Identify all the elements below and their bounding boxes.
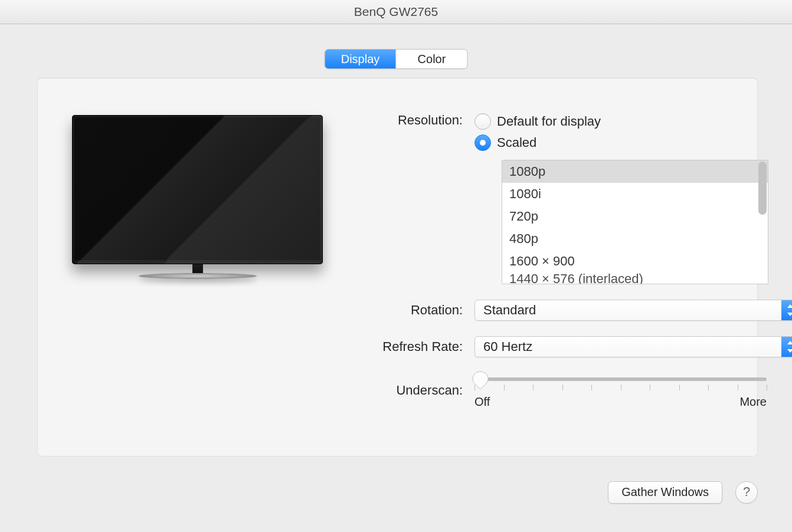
control-column: Resolution: Default for display Scaled 1… xyxy=(351,113,739,423)
slider-ticks xyxy=(474,385,767,392)
slider-max-label: More xyxy=(739,395,767,409)
settings-panel: Resolution: Default for display Scaled 1… xyxy=(37,78,758,457)
tab-display[interactable]: Display xyxy=(325,50,397,68)
underscan-label: Underscan: xyxy=(351,383,474,398)
window-title: BenQ GW2765 xyxy=(0,0,792,24)
refresh-select[interactable]: 60 Hertz xyxy=(474,336,792,357)
underscan-field: Off More xyxy=(474,373,767,408)
tab-bar: Display Color xyxy=(325,49,468,69)
refresh-field: 60 Hertz xyxy=(474,336,792,357)
display-preview xyxy=(72,115,323,280)
monitor-icon xyxy=(72,115,323,264)
rotation-row: Rotation: Standard xyxy=(351,300,739,321)
footer-buttons: Gather Windows ? xyxy=(608,481,758,504)
radio-default-for-display-row[interactable]: Default for display xyxy=(474,113,768,130)
display-prefs-window: BenQ GW2765 Display Color Resolution: xyxy=(0,0,792,532)
slider-track xyxy=(474,377,767,381)
resolution-item[interactable]: 720p xyxy=(502,205,768,228)
resolution-list[interactable]: 1080p 1080i 720p 480p 1600 × 900 1440 × … xyxy=(502,160,768,284)
resolution-label: Resolution: xyxy=(351,113,474,128)
refresh-select-value: 60 Hertz xyxy=(483,339,532,354)
updown-arrows-icon xyxy=(781,300,792,320)
rotation-select-value: Standard xyxy=(483,303,536,317)
resolution-row: Resolution: Default for display Scaled 1… xyxy=(351,113,739,284)
resolution-field: Default for display Scaled 1080p 1080i 7… xyxy=(474,113,768,284)
refresh-row: Refresh Rate: 60 Hertz xyxy=(351,336,739,357)
monitor-screen xyxy=(74,117,320,260)
refresh-label: Refresh Rate: xyxy=(351,339,474,354)
resolution-item[interactable]: 1440 × 576 (interlaced) xyxy=(502,272,768,284)
resolution-item[interactable]: 1600 × 900 xyxy=(502,250,768,272)
content-area: Display Color Resolution: Defau xyxy=(11,24,781,521)
rotation-field: Standard xyxy=(474,300,792,321)
rotation-label: Rotation: xyxy=(351,303,474,318)
underscan-slider[interactable]: Off More xyxy=(474,373,767,408)
help-button[interactable]: ? xyxy=(735,481,758,504)
slider-knob[interactable] xyxy=(472,371,489,387)
rotation-select[interactable]: Standard xyxy=(474,300,792,321)
resolution-scrollbar[interactable] xyxy=(758,162,767,215)
slider-min-label: Off xyxy=(474,395,490,409)
radio-scaled[interactable] xyxy=(474,134,491,151)
resolution-item[interactable]: 1080p xyxy=(502,160,768,183)
underscan-row: Underscan: Off M xyxy=(351,373,739,408)
radio-scaled-row[interactable]: Scaled xyxy=(474,134,768,152)
resolution-item[interactable]: 480p xyxy=(502,228,768,250)
resolution-item[interactable]: 1080i xyxy=(502,183,768,205)
radio-default-label: Default for display xyxy=(497,114,601,129)
gather-windows-button[interactable]: Gather Windows xyxy=(608,481,722,504)
monitor-stand-base xyxy=(139,273,257,279)
titlebar: BenQ GW2765 xyxy=(0,0,792,24)
radio-default-for-display[interactable] xyxy=(474,113,491,130)
updown-arrows-icon xyxy=(781,337,792,357)
tab-color[interactable]: Color xyxy=(397,50,467,68)
radio-scaled-label: Scaled xyxy=(497,135,536,150)
